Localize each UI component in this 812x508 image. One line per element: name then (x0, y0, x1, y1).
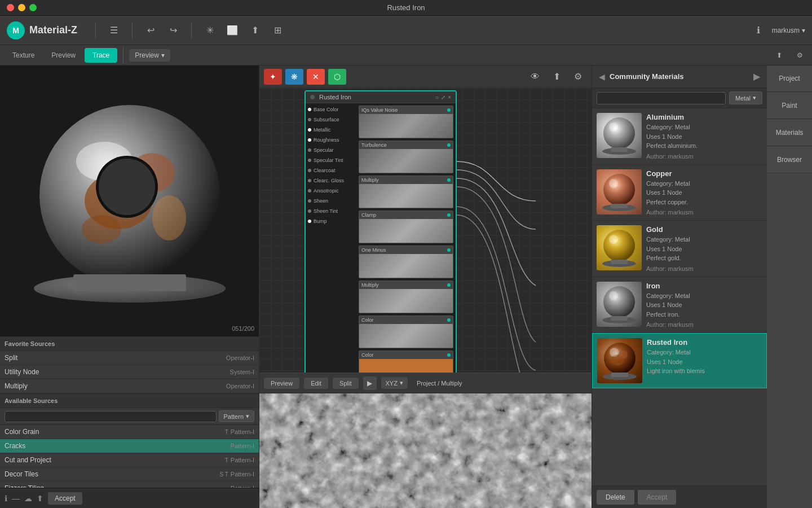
slot-dot (308, 159, 311, 162)
available-source-item[interactable]: Decor TilesS TPattern-I (0, 467, 259, 481)
preview-dropdown[interactable]: Preview ▾ (129, 49, 170, 62)
mini-node[interactable]: Color (359, 316, 453, 348)
tab-preview[interactable]: Preview (43, 48, 83, 63)
node-settings-button[interactable]: ⚙ (569, 68, 587, 86)
node-expand-icon[interactable]: ⤢ (441, 94, 445, 100)
right-nav-tab-project[interactable]: Project (767, 65, 812, 92)
cb-split-button[interactable]: Split (333, 378, 358, 389)
right-nav-tab-paint[interactable]: Paint (767, 93, 812, 119)
info-icon[interactable]: ℹ (5, 494, 7, 503)
mini-node-dot (447, 353, 451, 357)
material-item[interactable]: Aluminium Category: MetalUses 1 NodePerf… (592, 108, 767, 165)
tool-upload-button[interactable]: ⬆ (246, 21, 264, 40)
right-collapse-left-icon[interactable]: ◀ (599, 72, 605, 81)
mini-node-title: Multiply (361, 177, 379, 183)
mini-node[interactable]: IQs Value Noise (359, 106, 453, 138)
mini-node[interactable]: Multiply (359, 281, 453, 313)
right-search: Metal ▾ (592, 88, 767, 108)
chevron-down-icon: ▾ (400, 379, 403, 387)
source-type: Operator-I (226, 354, 254, 361)
bottom-bar: ℹ — ☁ ⬆ Accept (0, 488, 259, 508)
node-slot: Metallic (306, 125, 356, 135)
mini-node[interactable]: Turbulence (359, 141, 453, 173)
material-info: Iron Category: MetalUses 1 NodePerfect i… (646, 282, 762, 329)
filter-input[interactable] (5, 411, 217, 422)
category-select[interactable]: Metal ▾ (729, 91, 762, 104)
mini-node-preview (359, 289, 453, 313)
available-source-item[interactable]: Fizzers TilingPattern-I (0, 481, 259, 488)
material-author: Author: markusm (646, 153, 762, 160)
cb-coord-select[interactable]: XYZ ▾ (381, 377, 408, 389)
right-nav-tab-browser[interactable]: Browser (767, 147, 812, 173)
tool-square-button[interactable]: ⬜ (223, 21, 241, 40)
source-category: Pattern-I (231, 471, 254, 478)
tab-texture[interactable]: Texture (5, 48, 42, 63)
available-source-item[interactable]: CracksPattern-I (0, 439, 259, 453)
delete-button[interactable]: Delete (597, 490, 634, 505)
close-button[interactable] (7, 4, 14, 11)
cb-preview-button[interactable]: Preview (264, 378, 299, 389)
accept-button[interactable]: Accept (638, 490, 677, 505)
tab-trace[interactable]: Trace (85, 48, 117, 63)
minimize-button[interactable] (18, 4, 25, 11)
node-tool-red[interactable]: ✦ (264, 69, 282, 85)
maximize-button[interactable] (29, 4, 37, 11)
right-nav-tab-materials[interactable]: Materials (767, 120, 812, 146)
mini-node[interactable]: Color (359, 351, 453, 373)
filter-dropdown[interactable]: Pattern ▾ (219, 410, 254, 422)
tab-settings-button[interactable]: ⚙ (792, 47, 807, 63)
right-expand-icon[interactable]: ▶ (753, 71, 760, 82)
cb-edit-button[interactable]: Edit (304, 378, 328, 389)
favorite-source-item[interactable]: Utility NodeSystem-I (0, 365, 259, 379)
window-controls[interactable] (7, 4, 37, 11)
slot-dot (308, 138, 311, 142)
node-tool-blue[interactable]: ❋ (285, 69, 303, 85)
redo-button[interactable]: ↪ (164, 21, 182, 40)
tab-bar: Texture Preview Trace Preview ▾ ⬆ ⚙ (0, 45, 812, 65)
hamburger-button[interactable]: ☰ (105, 21, 123, 40)
mini-node[interactable]: Clamp (359, 211, 453, 243)
accept-button[interactable]: Accept (48, 492, 82, 505)
node-eye-button[interactable]: 👁 (526, 68, 544, 86)
source-category: Pattern-I (231, 457, 254, 463)
node-tool-green[interactable]: ⬡ (328, 69, 346, 85)
mini-node-header: IQs Value Noise (359, 106, 453, 114)
center-bottom: Preview Edit Split ▶ XYZ ▾ Project / Mul… (259, 373, 592, 508)
favorite-source-item[interactable]: MultiplyOperator-I (0, 379, 259, 393)
material-item[interactable]: Gold Category: MetalUses 1 NodePerfect g… (592, 221, 767, 277)
minus-icon[interactable]: — (12, 494, 20, 503)
available-source-item[interactable]: Cut and ProjectTPattern-I (0, 453, 259, 467)
user-area[interactable]: markusm ▾ (772, 27, 805, 34)
available-source-item[interactable]: Color GrainTPattern-I (0, 425, 259, 439)
node-tool-red2[interactable]: ✕ (307, 69, 325, 85)
material-thumbnail (597, 113, 642, 158)
tab-upload-button[interactable]: ⬆ (771, 47, 787, 63)
favorite-source-item[interactable]: SplitOperator-I (0, 351, 259, 365)
info-button[interactable]: ℹ (749, 21, 767, 40)
svg-point-14 (609, 291, 618, 300)
texture-preview (259, 393, 592, 508)
node-canvas[interactable]: Rusted Iron ○ ⤢ × Base ColorSubsurfaceMe… (259, 88, 592, 373)
toolbar-separator-3 (191, 22, 192, 39)
mini-node-dot (447, 318, 451, 322)
chevron-down-icon: ▾ (802, 27, 805, 34)
available-sources-header: Available Sources (0, 393, 259, 408)
cloud-icon[interactable]: ☁ (24, 494, 32, 503)
mini-node[interactable]: Multiply (359, 176, 453, 208)
cb-play-button[interactable]: ▶ (363, 376, 377, 390)
material-item[interactable]: Iron Category: MetalUses 1 NodePerfect i… (592, 277, 767, 334)
undo-button[interactable]: ↩ (142, 21, 160, 40)
source-category: Pattern-I (231, 428, 254, 435)
mini-node-title: Color (361, 317, 374, 323)
material-item[interactable]: Copper Category: MetalUses 1 NodePerfect… (592, 165, 767, 221)
material-item[interactable]: Rusted Iron Category: MetalUses 1 NodeLi… (592, 333, 767, 388)
node-share-button[interactable]: ⬆ (548, 68, 566, 86)
tool-crop-button[interactable]: ⊞ (268, 21, 286, 40)
share-icon[interactable]: ⬆ (37, 494, 43, 503)
tool-asterisk-button[interactable]: ✳ (201, 21, 219, 40)
node-circle-icon[interactable]: ○ (435, 94, 439, 100)
filter-type-label: Pattern (224, 413, 244, 420)
node-close-icon[interactable]: × (448, 94, 451, 100)
mini-node[interactable]: One Minus (359, 246, 453, 278)
community-search-input[interactable] (597, 92, 726, 104)
